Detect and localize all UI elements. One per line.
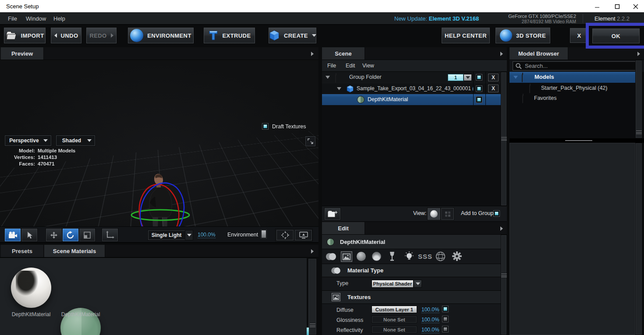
advanced-gear-icon[interactable] (452, 251, 462, 263)
caret-down-icon[interactable] (337, 87, 341, 90)
tree-row-material-selected[interactable]: DepthKitMaterial (322, 94, 501, 105)
ok-button[interactable]: OK (592, 28, 640, 44)
menu-help[interactable]: Help (53, 15, 65, 22)
tab-scene-materials[interactable]: Scene Materials (44, 245, 105, 257)
move-tool-button[interactable] (46, 228, 62, 242)
group-count-dropdown[interactable] (464, 74, 472, 81)
material-thumb-white[interactable] (11, 268, 51, 308)
model-delete-button[interactable]: X (488, 85, 499, 92)
materials-scrollbar[interactable] (308, 258, 317, 335)
divider-handle[interactable] (565, 140, 592, 141)
diffuse-amount[interactable]: 100.0% (421, 307, 439, 313)
light-intensity-value[interactable]: 100.0% (198, 232, 216, 238)
group-visible-checkbox[interactable] (476, 74, 482, 81)
environment-toggle[interactable] (261, 230, 266, 238)
import-button[interactable]: IMPORT (4, 27, 46, 44)
close-button[interactable] (630, 3, 641, 10)
scene-menu-edit[interactable]: Edit (346, 63, 355, 69)
browser-row-starter-pack[interactable]: Starter_Pack_Physical (42) (510, 83, 635, 93)
shade-mode-dropdown[interactable]: Shaded (56, 135, 96, 146)
group-delete-button[interactable]: X (488, 74, 499, 81)
help-center-button[interactable]: HELP CENTER (441, 27, 490, 44)
glossiness-amount[interactable]: 100.0% (421, 317, 439, 323)
reflectivity-layer-button[interactable]: None Set (372, 326, 417, 333)
diffuse-layer-button[interactable]: Custom Layer 1 (372, 306, 417, 313)
search-input[interactable]: Search... (513, 61, 640, 71)
shader-type-dropdown[interactable]: Physical Shader (372, 280, 414, 288)
material-visible-checkbox[interactable] (476, 96, 482, 103)
undo-button[interactable]: UNDO (50, 27, 82, 44)
tab-preview[interactable]: Preview (1, 47, 44, 60)
edit-panel-arrow[interactable] (497, 226, 506, 232)
sss-icon[interactable]: SSS (418, 253, 432, 260)
rotate-tool-button[interactable] (62, 228, 79, 242)
update-notice[interactable]: New Update: Element 3D V.2168 (394, 15, 479, 22)
tab-model-browser[interactable]: Model Browser (510, 47, 568, 60)
create-button[interactable]: CREATE (268, 27, 317, 44)
output-preview-button[interactable] (294, 229, 312, 241)
wireframe-sphere-icon[interactable] (435, 251, 446, 263)
light-mode-dropdown[interactable]: Single Light (148, 230, 193, 240)
camera-tool-button[interactable] (4, 228, 21, 242)
view-cubes-button[interactable] (441, 208, 454, 220)
view-spheres-button[interactable] (427, 208, 441, 220)
model-browser-panel-arrow[interactable] (634, 51, 643, 57)
tab-scene[interactable]: Scene (322, 47, 365, 60)
model-browser-scrollbar[interactable] (635, 60, 642, 138)
model-visible-checkbox[interactable] (476, 85, 482, 92)
ambient-channel-icon[interactable] (372, 252, 381, 261)
cancel-x-button[interactable]: X (570, 28, 589, 43)
store-button[interactable]: 3D STORE (495, 27, 551, 44)
caret-down-icon[interactable] (513, 76, 518, 79)
tree-row-group-folder[interactable]: Group Folder 1 X (322, 72, 501, 83)
scrollbar-grip[interactable] (501, 137, 507, 141)
new-group-button[interactable] (324, 208, 341, 220)
sphere-channel-icon[interactable] (357, 252, 366, 261)
texture-channel-icon-selected[interactable] (341, 251, 352, 262)
glossiness-layer-button[interactable]: None Set (372, 316, 417, 323)
edit-scrollbar[interactable] (501, 235, 507, 335)
tab-edit[interactable]: Edit (322, 222, 365, 234)
focus-button[interactable] (276, 229, 294, 241)
menu-file[interactable]: File (8, 15, 17, 22)
glossiness-checkbox[interactable] (442, 316, 449, 322)
browser-row-models[interactable]: Models (510, 72, 635, 83)
scene-menu-file[interactable]: File (327, 63, 336, 69)
tree-row-model[interactable]: Sample_Take_Export_03_04_16_22_43_000001… (322, 83, 501, 94)
draft-textures-checkbox[interactable] (262, 123, 269, 130)
reflectivity-amount[interactable]: 100.0% (421, 327, 439, 333)
scene-panel-arrow[interactable] (497, 51, 506, 57)
menu-window[interactable]: Window (26, 15, 46, 22)
scrollbar-grip[interactable] (501, 274, 507, 277)
group-count-field[interactable]: 1 (448, 74, 464, 81)
materials-panel-arrow[interactable] (308, 248, 317, 254)
scene-menu-view[interactable]: View (362, 63, 374, 69)
environment-button[interactable]: ENVIRONMENT (127, 27, 194, 44)
tab-presets[interactable]: Presets (1, 245, 44, 257)
right-panel-divider[interactable] (510, 138, 644, 143)
diffuse-checkbox[interactable] (442, 306, 449, 312)
glass-channel-icon[interactable] (389, 251, 395, 264)
shader-type-dropdown-arrow[interactable] (414, 280, 422, 288)
select-tool-button[interactable] (21, 228, 38, 242)
fullscreen-button[interactable] (305, 136, 316, 147)
preview-viewport[interactable]: Draft Textures Perspective Shaded Model:… (0, 60, 318, 226)
model-figure[interactable] (122, 169, 209, 226)
redo-button[interactable]: REDO (86, 27, 117, 44)
scrollbar-grip[interactable] (636, 130, 642, 134)
preview-panel-arrow[interactable] (308, 51, 317, 57)
scale-tool-button[interactable] (79, 228, 96, 242)
scrollbar-grip[interactable] (310, 324, 315, 327)
right-lower-scrollbar[interactable] (635, 143, 642, 335)
extrude-button[interactable]: EXTRUDE (203, 27, 255, 44)
reflectivity-checkbox[interactable] (442, 326, 449, 332)
basic-material-icon[interactable] (326, 252, 337, 263)
camera-mode-dropdown[interactable]: Perspective (4, 135, 52, 146)
add-to-group-checkbox[interactable] (493, 210, 500, 217)
maximize-button[interactable] (612, 3, 623, 10)
minimize-button[interactable] (591, 3, 603, 10)
scene-scrollbar[interactable] (501, 72, 507, 206)
axis-tool-button[interactable] (102, 228, 118, 242)
illumination-bulb-icon[interactable] (403, 251, 415, 264)
caret-down-icon[interactable] (326, 76, 330, 79)
